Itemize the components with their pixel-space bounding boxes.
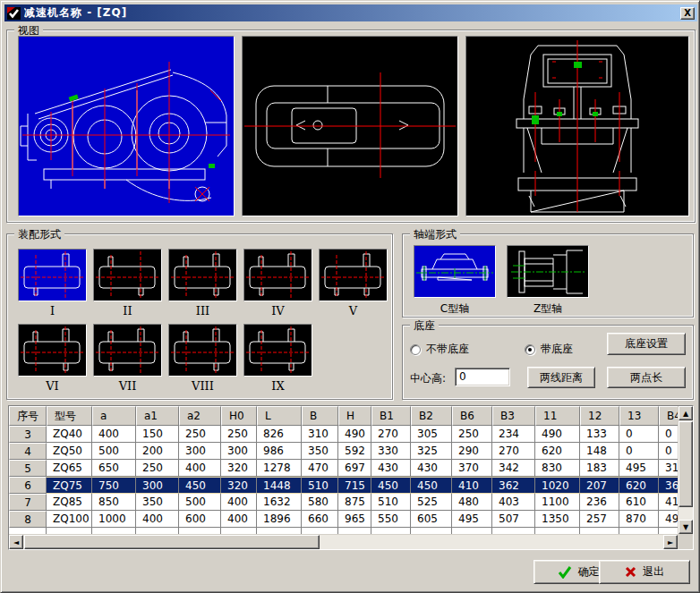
assembly-thumb-IV[interactable] [243,249,312,301]
assembly-thumb-VI[interactable] [18,324,87,377]
table-cell[interactable]: 200 [136,443,179,460]
table-cell[interactable]: 580 [302,494,338,511]
table-cell[interactable]: 610 [619,494,659,511]
table-cell[interactable]: 400 [221,511,257,528]
table-cell[interactable]: 234 [492,426,535,443]
assembly-thumb-II[interactable] [93,249,162,301]
vertical-scrollbar[interactable]: ▲ ▼ [678,406,693,534]
table-cell[interactable]: 250 [452,426,492,443]
table-cell[interactable]: 500 [92,443,136,460]
table-cell[interactable]: ZQ50 [47,443,92,460]
table-cell[interactable]: 826 [257,426,302,443]
table-cell[interactable]: ZQ75 [47,477,92,494]
table-cell[interactable]: 1448 [257,477,302,494]
table-cell[interactable]: 620 [619,477,659,494]
table-cell[interactable]: 507 [492,511,535,528]
table-cell[interactable]: 750 [92,477,136,494]
table-row[interactable]: 6ZQ7575030045032014485107154504504103621… [9,477,678,494]
table-cell[interactable]: 320 [221,460,257,477]
table-cell[interactable]: 403 [492,494,535,511]
table-cell[interactable]: 148 [580,443,619,460]
table-cell[interactable]: 450 [179,477,221,494]
table-cell[interactable]: 875 [338,494,371,511]
assembly-thumb-III[interactable] [168,249,237,301]
row-number-cell[interactable]: 4 [9,443,47,460]
table-cell[interactable]: 290 [452,443,492,460]
table-cell[interactable]: 490 [659,511,678,528]
table-cell[interactable]: 300 [221,443,257,460]
table-cell[interactable]: 362 [659,477,678,494]
table-cell[interactable]: 257 [580,511,619,528]
table-cell[interactable]: 342 [492,460,535,477]
radio-without-base-circle[interactable] [410,344,421,355]
table-cell[interactable]: 830 [535,460,580,477]
table-cell[interactable]: 350 [136,494,179,511]
table-cell[interactable]: 450 [371,477,411,494]
close-button[interactable]: X [680,7,695,20]
table-cell[interactable]: 320 [221,477,257,494]
top-view-canvas[interactable] [242,36,458,216]
table-cell[interactable]: 500 [179,494,221,511]
table-cell[interactable]: 1896 [257,511,302,528]
table-cell[interactable]: 418 [659,494,678,511]
table-cell[interactable]: 430 [411,460,452,477]
table-cell[interactable]: ZQ85 [47,494,92,511]
table-cell[interactable]: 250 [136,460,179,477]
table-cell[interactable]: 236 [580,494,619,511]
table-cell[interactable]: 986 [257,443,302,460]
table-cell[interactable]: 430 [371,460,411,477]
base-settings-button[interactable]: 底座设置 [607,333,686,355]
table-cell[interactable]: 480 [452,494,492,511]
table-cell[interactable]: 270 [492,443,535,460]
table-cell[interactable]: 1632 [257,494,302,511]
table-cell[interactable]: 0 [619,443,659,460]
exit-button[interactable]: 退出 [599,560,690,584]
row-number-cell[interactable]: 3 [9,426,47,443]
row-number-cell[interactable]: 6 [9,477,47,494]
two-point-length-button[interactable]: 两点长 [607,367,686,388]
table-cell[interactable]: 605 [411,511,452,528]
horizontal-scrollbar[interactable]: ◄ ► [9,534,678,549]
table-cell[interactable]: 495 [452,511,492,528]
assembly-thumb-I[interactable] [18,249,87,301]
table-cell[interactable]: 715 [338,477,371,494]
table-cell[interactable]: 370 [452,460,492,477]
table-cell[interactable]: 0 [659,443,678,460]
table-cell[interactable]: 495 [619,460,659,477]
assembly-thumb-VIII[interactable] [168,324,237,377]
table-row[interactable]: 3ZQ4040015025025082631049027030525023449… [9,426,678,443]
radio-with-base-circle[interactable] [525,344,535,355]
table-cell[interactable]: 0 [659,426,678,443]
table-cell[interactable]: 1000 [92,511,136,528]
table-cell[interactable]: 0 [619,426,659,443]
table-cell[interactable]: 592 [338,443,371,460]
table-cell[interactable]: 133 [580,426,619,443]
table-cell[interactable]: 270 [371,426,411,443]
horizontal-scroll-thumb[interactable] [24,535,320,549]
row-number-cell[interactable]: 7 [9,494,47,511]
table-cell[interactable]: 470 [302,460,338,477]
table-cell[interactable]: 510 [371,494,411,511]
table-cell[interactable]: 330 [371,443,411,460]
radio-without-base[interactable]: 不带底座 [410,342,469,357]
front-view-canvas[interactable] [18,36,235,216]
table-cell[interactable]: ZQ65 [47,460,92,477]
table-cell[interactable]: 697 [338,460,371,477]
row-number-cell[interactable]: 5 [9,460,47,477]
table-cell[interactable]: 1020 [535,477,580,494]
table-cell[interactable]: 650 [92,460,136,477]
table-cell[interactable]: ZQ40 [47,426,92,443]
table-cell[interactable]: 350 [302,443,338,460]
table-cell[interactable]: 250 [179,426,221,443]
table-cell[interactable]: 965 [338,511,371,528]
assembly-thumb-VII[interactable] [93,324,162,377]
table-cell[interactable]: 510 [302,477,338,494]
scroll-right-icon[interactable]: ► [663,535,678,549]
table-cell[interactable]: 305 [411,426,452,443]
table-cell[interactable]: 490 [338,426,371,443]
table-cell[interactable]: ZQ100 [47,511,92,528]
vertical-scroll-thumb[interactable] [679,421,693,507]
table-cell[interactable]: 870 [619,511,659,528]
two-line-distance-button[interactable]: 两线距离 [527,367,595,388]
table-cell[interactable]: 300 [179,443,221,460]
